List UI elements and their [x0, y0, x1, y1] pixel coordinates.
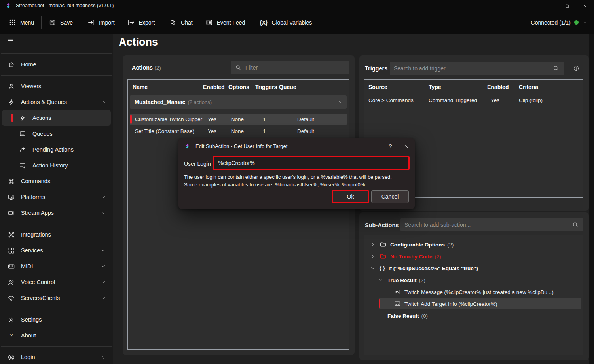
sidebar-item-platforms[interactable]: Platforms [0, 189, 113, 205]
toolbar-chat-button[interactable]: Chat [163, 11, 199, 34]
stream-icon [8, 209, 15, 217]
sidebar-item-integrations[interactable]: Integrations [0, 227, 113, 243]
cancel-button[interactable]: Cancel [371, 190, 409, 203]
cell: Default [279, 116, 347, 122]
triggers-search [390, 62, 564, 75]
sidebar-item-actions[interactable]: Actions [2, 110, 111, 126]
history-icon [19, 162, 26, 169]
chevron-right-icon[interactable] [370, 242, 376, 247]
tree-item-twitch-add-target-info-clipcre[interactable]: Twitch Add Target Info (%clipCreator%) [364, 298, 583, 310]
trigger-row[interactable]: Core > CommandsCommand TriggeredYesClip … [364, 95, 583, 106]
tree-item-twitch-message-clipcreator-jus[interactable]: Twitch Message (%clipCreator% just creat… [364, 286, 583, 298]
sidebar-item-commands[interactable]: Commands [0, 173, 113, 189]
action-row[interactable]: Set Title (Constant Base)YesNone1Default [130, 125, 347, 137]
maximize-button[interactable] [558, 0, 576, 11]
maximize-icon [565, 4, 569, 8]
ok-button[interactable]: Ok [332, 190, 369, 203]
app-logo-icon [184, 143, 190, 149]
chevron-right-icon[interactable] [370, 254, 376, 259]
dialog-help-button[interactable]: ? [382, 138, 399, 154]
global-variables-icon: {X} [260, 19, 268, 26]
toolbar-menu-button[interactable]: Menu [2, 11, 40, 34]
sidebar-divider [1, 53, 112, 54]
close-icon [404, 144, 409, 148]
settings-icon [8, 316, 15, 324]
tree-item-false-result[interactable]: False Result(0) [364, 310, 583, 322]
tree-item-if-clipsuccess-equals-true[interactable]: { }if ("%clipSuccess%" Equals "true") [364, 262, 583, 274]
connection-status-dot [574, 20, 579, 25]
column-header-options: Options [228, 84, 255, 90]
edit-subaction-dialog: Edit SubAction - Get User Info for Targe… [178, 138, 415, 209]
chevron-down-icon[interactable] [370, 265, 376, 271]
toolbar-label: Event Feed [217, 19, 245, 26]
subaction-search-input[interactable] [400, 222, 572, 228]
cell: None [228, 116, 247, 122]
toolbar-separator [80, 16, 80, 29]
user-login-input[interactable] [214, 160, 408, 166]
action-group-count: (2 actions) [188, 99, 212, 105]
connection-status[interactable]: Connected (1/1) [531, 11, 588, 34]
chevron-up-icon[interactable] [336, 99, 342, 105]
toolbar-separator [252, 16, 252, 29]
sidebar-item-actions-queues[interactable]: Actions & Queues [0, 94, 113, 110]
sidebar-item-about[interactable]: ?About [0, 328, 113, 343]
minimize-button[interactable] [541, 0, 558, 11]
column-header-name: Name [133, 84, 203, 90]
viewers-icon [8, 83, 15, 90]
cell: 1 [255, 116, 273, 122]
export-icon [127, 19, 135, 26]
sidebar-item-label: Viewers [21, 83, 41, 89]
actions-table: NameEnabledOptionsTriggersQueue Mustache… [127, 79, 349, 350]
svg-text:?: ? [10, 332, 13, 338]
cell: Command Triggered [429, 97, 487, 103]
about-icon: ? [8, 332, 15, 339]
home-icon [8, 61, 15, 68]
filter-input[interactable] [241, 64, 349, 71]
dialog-close-button[interactable] [399, 138, 415, 154]
sidebar-item-settings[interactable]: Settings [0, 312, 113, 328]
sidebar-item-queues[interactable]: Queues [2, 126, 111, 142]
action-row[interactable]: Customizable Twitch ClipperYesNone1Defau… [130, 114, 347, 125]
chevron-down-icon [582, 20, 588, 25]
sidebar-item-voice-control[interactable]: Voice Control [0, 274, 113, 290]
sidebar-item-login[interactable]: Login [0, 349, 113, 364]
sidebar-item-viewers[interactable]: Viewers [0, 78, 113, 94]
cell: Clip (!clip) [519, 97, 583, 103]
tree-item-configurable-options[interactable]: Configurable Options(2) [364, 239, 583, 250]
actions-table-header: NameEnabledOptionsTriggersQueue [128, 80, 349, 95]
toolbar-import-button[interactable]: Import [81, 11, 121, 34]
sidebar-item-pending-actions[interactable]: Pending Actions [2, 142, 111, 157]
sidebar-item-label: Home [21, 61, 36, 68]
action-group-row[interactable]: Mustached_Maniac (2 actions) [130, 95, 347, 109]
column-header-triggers: Triggers [255, 84, 279, 90]
sidebar-item-action-history[interactable]: Action History [2, 157, 111, 173]
sidebar-item-servers-clients[interactable]: Servers/Clients [0, 290, 113, 306]
cell: Customizable Twitch Clipper [133, 116, 203, 122]
actions-rows: Customizable Twitch ClipperYesNone1Defau… [128, 114, 349, 137]
sidebar-item-home[interactable]: Home [0, 57, 113, 72]
toolbar-label: Save [60, 19, 73, 26]
message-icon [394, 300, 401, 307]
close-button[interactable] [576, 0, 594, 11]
sidebar-item-midi[interactable]: MIDI [0, 258, 113, 274]
hamburger-button[interactable] [4, 37, 17, 45]
trigger-search-input[interactable] [390, 65, 553, 72]
tree-item-label: Configurable Options [390, 242, 445, 248]
sidebar-divider [1, 346, 112, 347]
search-icon [553, 65, 559, 72]
info-icon[interactable] [573, 65, 579, 72]
actions-panel-title: Actions (2) [132, 64, 161, 71]
tree-item-true-result[interactable]: True Result(2) [364, 274, 583, 286]
toolbar-event-feed-button[interactable]: Event Feed [199, 11, 252, 34]
queues-icon [19, 130, 26, 137]
toolbar-export-button[interactable]: Export [121, 11, 161, 34]
toolbar-save-button[interactable]: Save [42, 11, 79, 34]
tree-item-no-touchy-code[interactable]: No Touchy Code(2) [364, 250, 583, 262]
toolbar-global-variables-button[interactable]: {X}Global Variables [253, 11, 318, 34]
window-edge-strip [589, 34, 594, 364]
sidebar-item-stream-apps[interactable]: Stream Apps [0, 205, 113, 221]
midi-icon [8, 263, 15, 270]
chevron-down-icon[interactable] [378, 277, 383, 283]
sidebar-item-label: Settings [21, 317, 42, 323]
sidebar-item-services[interactable]: Services [0, 243, 113, 258]
